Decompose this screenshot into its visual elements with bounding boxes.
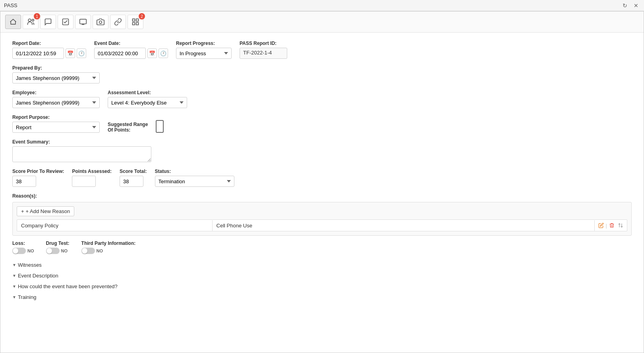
prevention-section: ▼ How could the event have been prevente…	[12, 282, 632, 291]
title-bar: PASS ↻ ✕	[0, 0, 644, 11]
third-party-track[interactable]	[81, 248, 95, 254]
event-description-section: ▼ Event Description	[12, 271, 632, 280]
third-party-thumb	[82, 248, 87, 254]
witnesses-section: ▼ Witnesses	[12, 260, 632, 270]
witnesses-label: Witnesses	[18, 262, 42, 268]
event-date-time-btn[interactable]: 🕐	[159, 48, 168, 58]
event-date-label: Event Date:	[94, 41, 168, 46]
reasons-label: Reason(s):	[12, 193, 632, 199]
score-total-input[interactable]	[120, 176, 143, 187]
svg-rect-8	[136, 23, 139, 25]
event-description-arrow-icon: ▼	[12, 273, 16, 278]
score-prior-input[interactable]	[12, 176, 36, 187]
drug-test-label: Drug Test:	[46, 241, 70, 246]
event-summary-group: Event Summary:	[12, 139, 151, 162]
third-party-toggle[interactable]: NO	[81, 248, 136, 254]
training-arrow-icon: ▼	[12, 295, 16, 299]
report-date-input-group: 📅 🕐	[12, 48, 86, 59]
row-employee-assessment: Employee: James Stephenson (99999) Asses…	[12, 90, 632, 108]
reason-edit-button[interactable]	[597, 221, 605, 229]
employee-label: Employee:	[12, 90, 100, 95]
prevention-label: How could the event have been prevented?	[18, 283, 118, 289]
prevention-header[interactable]: ▼ How could the event have been prevente…	[12, 282, 632, 291]
reason-reorder-button[interactable]	[617, 221, 625, 229]
event-summary-input[interactable]	[12, 146, 151, 162]
refresh-button[interactable]: ↻	[621, 2, 629, 10]
drug-test-group: Drug Test: NO	[46, 241, 70, 254]
score-total-group: Score Total:	[120, 169, 147, 187]
third-party-group: Third Party Information: NO	[81, 241, 136, 254]
loss-toggle[interactable]: NO	[12, 248, 34, 254]
svg-point-0	[28, 19, 31, 22]
employee-select[interactable]: James Stephenson (99999)	[12, 97, 100, 108]
report-date-input[interactable]	[12, 48, 64, 59]
event-date-calendar-btn[interactable]: 📅	[147, 48, 157, 58]
third-party-label: Third Party Information:	[81, 241, 136, 246]
report-progress-select[interactable]: In Progress Complete Pending	[176, 48, 232, 59]
add-reason-button[interactable]: + + Add New Reason	[17, 206, 74, 216]
score-prior-label: Score Prior To Review:	[12, 169, 64, 174]
svg-point-1	[32, 19, 34, 21]
row-prepared-by: Prepared By: James Stephenson (99999)	[12, 65, 632, 83]
toolbar-home[interactable]	[5, 15, 21, 29]
assessment-level-group: Assessment Level: Level 4: Everybody Els…	[108, 90, 187, 108]
prepared-by-group: Prepared By: James Stephenson (99999)	[12, 65, 100, 83]
report-purpose-select[interactable]: Report Review Investigation	[12, 122, 100, 133]
row-scores: Score Prior To Review: Points Assessed: …	[12, 169, 632, 187]
reason-col1: Company Policy	[17, 220, 213, 231]
close-button[interactable]: ✕	[632, 2, 640, 10]
score-prior-group: Score Prior To Review:	[12, 169, 64, 187]
reasons-box: + + Add New Reason Company Policy Cell P…	[12, 202, 632, 236]
reason-actions: |	[595, 220, 627, 231]
training-label: Training	[18, 294, 36, 300]
drug-test-track[interactable]	[46, 248, 60, 254]
score-total-label: Score Total:	[120, 169, 147, 174]
event-summary-label: Event Summary:	[12, 139, 151, 145]
suggested-range-label: Suggested Range Of Points:	[108, 122, 148, 133]
toolbar-screen[interactable]	[75, 15, 91, 29]
event-date-input[interactable]	[94, 48, 146, 59]
add-reason-label: + Add New Reason	[26, 208, 70, 214]
event-date-group: Event Date: 📅 🕐	[94, 41, 168, 59]
training-header[interactable]: ▼ Training	[12, 293, 632, 302]
prevention-arrow-icon: ▼	[12, 284, 16, 289]
row-dates: Report Date: 📅 🕐 Event Date: 📅 🕐 Report …	[12, 41, 632, 59]
assessment-level-select[interactable]: Level 4: Everybody Else Level 1 Level 2 …	[108, 97, 187, 108]
witnesses-header[interactable]: ▼ Witnesses	[12, 260, 632, 270]
points-assessed-input[interactable]	[72, 176, 96, 187]
prepared-by-select[interactable]: James Stephenson (99999)	[12, 72, 100, 83]
app-title: PASS	[4, 2, 17, 8]
toolbar-users[interactable]: 1	[23, 15, 39, 29]
points-assessed-label: Points Assessed:	[72, 169, 112, 174]
event-description-label: Event Description	[18, 273, 58, 279]
report-date-group: Report Date: 📅 🕐	[12, 41, 86, 59]
employee-group: Employee: James Stephenson (99999)	[12, 90, 100, 108]
toolbar-grid[interactable]: 2	[128, 15, 143, 29]
pass-report-id-group: PASS Report ID: TF-2022-1-4	[240, 41, 287, 59]
toolbar-camera[interactable]	[93, 15, 108, 29]
loss-track[interactable]	[12, 248, 26, 254]
status-select[interactable]: Termination Warning Counseling No Action	[155, 176, 234, 187]
row-event-summary: Event Summary:	[12, 139, 632, 162]
report-date-calendar-btn[interactable]: 📅	[66, 48, 75, 58]
drug-test-thumb	[46, 248, 52, 254]
reason-separator: |	[606, 223, 607, 229]
toolbar-link[interactable]	[110, 15, 126, 29]
report-date-time-btn[interactable]: 🕐	[77, 48, 86, 58]
reason-row: Company Policy Cell Phone Use |	[17, 219, 627, 231]
users-badge: 1	[34, 13, 40, 19]
toggles-row: Loss: NO Drug Test: NO Third P	[12, 241, 632, 254]
reason-col2: Cell Phone Use	[213, 220, 595, 231]
drug-test-toggle[interactable]: NO	[46, 248, 70, 254]
reasons-section: Reason(s): + + Add New Reason Company Po…	[12, 193, 632, 236]
toolbar: 1 2	[0, 12, 644, 33]
drug-test-no-label: NO	[61, 248, 68, 253]
toolbar-checklist[interactable]	[58, 15, 73, 29]
event-description-header[interactable]: ▼ Event Description	[12, 271, 632, 280]
reason-delete-button[interactable]	[608, 221, 616, 229]
report-progress-label: Report Progress:	[176, 41, 232, 46]
witnesses-arrow-icon: ▼	[12, 263, 16, 267]
toolbar-comments[interactable]	[40, 15, 56, 29]
grid-badge: 2	[139, 13, 145, 19]
report-date-label: Report Date:	[12, 41, 86, 46]
